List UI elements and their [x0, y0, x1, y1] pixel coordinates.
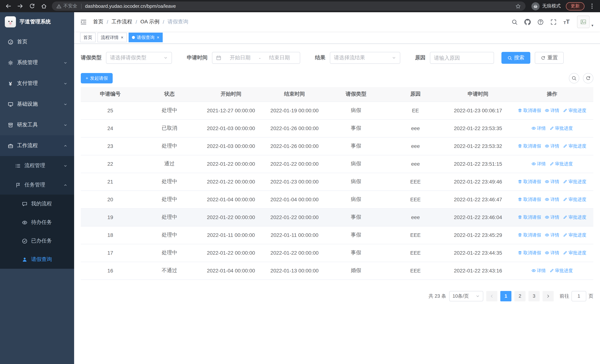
url-bar[interactable]: 不安全 dashboard.yudao.iocoder.cn/bpm/oa/le… — [52, 1, 525, 11]
search-button[interactable]: 搜索 — [501, 52, 530, 64]
reason-input[interactable] — [430, 55, 494, 61]
breadcrumb-item[interactable]: 首页 — [93, 19, 103, 25]
tab-首页[interactable]: 首页 — [80, 33, 96, 42]
result-select[interactable]: 请选择流结果 — [330, 52, 400, 64]
browser-forward-button[interactable] — [15, 1, 25, 11]
page-size-select[interactable]: 10条/页 — [449, 291, 483, 301]
cancel-action-link[interactable]: 取消请假 — [518, 250, 541, 256]
tab-label: 请假查询 — [137, 34, 155, 41]
progress-action-link[interactable]: 审批进度 — [549, 125, 573, 131]
security-warning[interactable]: 不安全 — [56, 3, 77, 9]
cell-id: 24 — [81, 119, 140, 137]
breadcrumb-item[interactable]: 工作流程 — [112, 19, 132, 25]
view-icon — [531, 268, 536, 273]
progress-action-link[interactable]: 审批进度 — [549, 267, 573, 274]
sidebar-item-workflow[interactable]: 工作流程 — [0, 135, 74, 156]
toggle-search-button[interactable] — [569, 73, 579, 84]
fullscreen-icon[interactable] — [551, 19, 557, 25]
sidebar-item-task-mgmt[interactable]: 任务管理 — [0, 175, 74, 195]
detail-action-link[interactable]: 详情 — [545, 107, 559, 114]
tab-请假查询[interactable]: 请假查询× — [129, 33, 163, 42]
cancel-action-link[interactable]: 取消请假 — [518, 214, 541, 220]
goto-page-input[interactable] — [572, 291, 586, 301]
delete-icon — [518, 197, 522, 202]
help-icon[interactable] — [538, 19, 544, 25]
pagination-next-button[interactable] — [543, 291, 554, 301]
detail-action-link[interactable]: 详情 — [531, 161, 546, 167]
browser-chrome: 不安全 dashboard.yudao.iocoder.cn/bpm/oa/le… — [0, 0, 600, 12]
cell-type: 事假 — [326, 119, 386, 137]
close-icon[interactable]: × — [157, 35, 159, 40]
bookmark-star-icon[interactable] — [515, 3, 521, 9]
sidebar-item-done-tasks[interactable]: 已办任务 — [0, 232, 74, 250]
sidebar-toggle-icon[interactable] — [80, 18, 87, 25]
browser-back-button[interactable] — [3, 1, 13, 11]
sidebar-item-infra[interactable]: 基础设施 — [0, 94, 74, 114]
user-menu[interactable]: ▾ — [577, 16, 593, 28]
detail-action-link[interactable]: 详情 — [545, 196, 559, 203]
progress-action-link[interactable]: 审批进度 — [563, 178, 586, 185]
font-size-icon[interactable]: TT — [563, 19, 570, 25]
sidebar-item-todo-tasks[interactable]: 待办任务 — [0, 213, 74, 232]
range-separator: - — [259, 55, 261, 61]
detail-action-link[interactable]: 详情 — [531, 125, 546, 131]
browser-home-button[interactable] — [38, 1, 49, 11]
progress-action-link[interactable]: 审批进度 — [563, 143, 586, 149]
sidebar-item-my-process[interactable]: 我的流程 — [0, 195, 74, 213]
progress-action-link[interactable]: 审批进度 — [563, 107, 586, 114]
table-row: 21处理中2022-01-22 00:00:002022-01-23 00:00… — [81, 173, 593, 191]
progress-action-link[interactable]: 审批进度 — [563, 232, 586, 238]
breadcrumb: 首页/工作流程/OA 示例/请假查询 — [93, 19, 512, 25]
cell-id: 21 — [81, 173, 140, 191]
progress-action-link[interactable]: 审批进度 — [563, 196, 586, 203]
cancel-action-link[interactable]: 取消请假 — [518, 232, 541, 238]
view-icon — [545, 215, 549, 219]
app-logo[interactable]: 芋道管理系统 — [0, 12, 74, 31]
date-range-picker[interactable]: 开始日期 - 结束日期 — [212, 52, 300, 64]
sidebar-item-label: 请假查询 — [31, 256, 74, 263]
pagination-page-3[interactable]: 3 — [528, 291, 540, 301]
github-icon[interactable] — [525, 19, 531, 25]
browser-reload-button[interactable] — [27, 1, 37, 11]
browser-update-button[interactable]: 更新 — [566, 2, 584, 10]
view-icon — [545, 197, 549, 202]
incognito-badge: 无痕模式 — [531, 2, 561, 10]
detail-action-link[interactable]: 详情 — [545, 214, 559, 220]
sidebar-item-home[interactable]: 首页 — [0, 31, 74, 52]
close-icon[interactable]: × — [121, 35, 123, 40]
leave-type-select[interactable]: 请选择请假类型 — [106, 52, 172, 64]
tab-流程详情[interactable]: 流程详情× — [97, 33, 127, 42]
cancel-action-link[interactable]: 取消请假 — [518, 178, 541, 185]
sidebar-item-devtools[interactable]: 研发工具 — [0, 114, 74, 135]
cell-applied: 2022-01-22 23:46:04 — [445, 208, 511, 226]
progress-action-link[interactable]: 审批进度 — [549, 161, 573, 167]
sidebar: 芋道管理系统 首页系统管理¥支付管理基础设施研发工具工作流程流程管理任务管理我的… — [0, 12, 74, 364]
detail-action-link[interactable]: 详情 — [545, 232, 559, 238]
detail-action-link[interactable]: 详情 — [545, 250, 559, 256]
create-leave-button[interactable]: + 发起请假 — [81, 73, 113, 84]
detail-action-link[interactable]: 详情 — [545, 143, 559, 149]
tab-label: 首页 — [83, 34, 92, 41]
pagination-page-2[interactable]: 2 — [514, 291, 525, 301]
page-content: 请假类型 请选择请假类型 申请时间 开始日期 - 结束日期 — [74, 44, 600, 364]
search-icon[interactable] — [512, 19, 518, 25]
breadcrumb-item[interactable]: OA 示例 — [141, 19, 159, 25]
refresh-table-button[interactable] — [583, 73, 593, 84]
column-header: 状态 — [140, 87, 199, 102]
sidebar-item-system[interactable]: 系统管理 — [0, 52, 74, 73]
sidebar-item-leave-query[interactable]: 请假查询 — [0, 250, 74, 269]
cancel-action-link[interactable]: 取消请假 — [518, 107, 541, 114]
progress-action-link[interactable]: 审批进度 — [563, 214, 586, 220]
sidebar-item-payment[interactable]: ¥支付管理 — [0, 73, 74, 94]
browser-menu-icon[interactable] — [587, 1, 597, 11]
cancel-action-link[interactable]: 取消请假 — [518, 143, 541, 149]
cell-actions: 详情审批进度 — [511, 155, 593, 173]
cell-end: 2022-01-23 00:00:00 — [263, 173, 326, 191]
detail-action-link[interactable]: 详情 — [545, 178, 559, 185]
sidebar-item-process-mgmt[interactable]: 流程管理 — [0, 156, 74, 175]
cancel-action-link[interactable]: 取消请假 — [518, 196, 541, 203]
pagination-page-1[interactable]: 1 — [500, 291, 511, 301]
detail-action-link[interactable]: 详情 — [531, 267, 546, 274]
progress-action-link[interactable]: 审批进度 — [563, 250, 586, 256]
reset-button[interactable]: 重置 — [535, 52, 564, 64]
